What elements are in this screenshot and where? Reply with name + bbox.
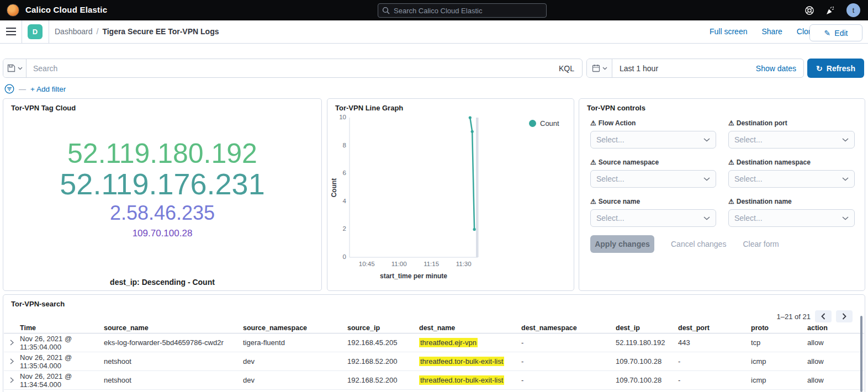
global-search-input[interactable] — [394, 4, 543, 17]
destination-port-select[interactable]: Select... — [728, 131, 855, 149]
cell-source-namespace: tigera-fluentd — [243, 338, 347, 347]
breadcrumb-current: Tigera Secure EE Tor-VPN Logs — [102, 27, 219, 36]
cell-proto: icmp — [751, 376, 807, 384]
cell-dest-namespace: - — [521, 376, 616, 384]
kql-language-button[interactable]: KQL — [551, 64, 582, 73]
source-namespace-select[interactable]: Select... — [590, 170, 716, 188]
warning-icon: ⚠ — [728, 198, 734, 205]
column-header[interactable]: dest_port — [678, 324, 751, 332]
tag-cloud-item[interactable]: 109.70.100.28 — [133, 229, 193, 238]
cell-dest-ip: 52.119.180.192 — [616, 338, 678, 347]
breadcrumb-root[interactable]: Dashboard — [55, 27, 93, 36]
refresh-button[interactable]: ↻ Refresh — [807, 59, 864, 78]
global-header: Calico Cloud Elastic t — [0, 0, 868, 20]
clear-form-button[interactable]: Clear form — [743, 240, 779, 248]
source-name-select[interactable]: Select... — [590, 209, 716, 227]
control-field-destination-port: ⚠ Destination port Select... — [728, 119, 855, 149]
edit-button[interactable]: ✎ Edit — [809, 24, 862, 41]
add-filter-button[interactable]: + Add filter — [30, 85, 66, 93]
column-header[interactable]: source_name — [104, 324, 243, 332]
column-header[interactable]: Time — [20, 324, 104, 332]
table-header-row: Time source_name source_namespace source… — [4, 323, 864, 333]
expand-row-button[interactable] — [4, 358, 20, 364]
column-header[interactable]: dest_ip — [616, 324, 678, 332]
cell-dest-ip: 109.70.100.28 — [616, 376, 678, 384]
chevron-down-icon — [842, 138, 849, 142]
tag-cloud-panel: Tor-VPN Tag Cloud 52.119.180.192 52.119.… — [3, 98, 322, 291]
divider — [49, 20, 49, 43]
breadcrumb: Dashboard / Tigera Secure EE Tor-VPN Log… — [55, 27, 219, 36]
help-icon[interactable] — [805, 6, 814, 15]
filter-menu-icon[interactable] — [4, 84, 14, 94]
chevron-down-icon — [703, 216, 710, 220]
cell-action: allow — [807, 376, 864, 384]
date-quick-select-button[interactable] — [587, 59, 612, 77]
column-header[interactable]: dest_namespace — [521, 324, 616, 332]
chevron-right-icon — [10, 358, 14, 364]
tag-cloud-item[interactable]: 52.119.176.231 — [60, 169, 264, 199]
column-header[interactable]: source_namespace — [243, 324, 347, 332]
cell-action: allow — [807, 357, 864, 365]
next-page-button[interactable] — [836, 310, 853, 322]
chevron-left-icon — [821, 313, 825, 320]
news-party-icon[interactable] — [825, 6, 835, 15]
panel-title: Tor-VPN controls — [587, 104, 645, 112]
highlighted-value: threatfeed.tor-bulk-exit-list — [419, 357, 504, 366]
flow-action-select[interactable]: Select... — [590, 131, 716, 149]
control-field-destination-namespace: ⚠ Destination namespace Select... — [728, 158, 855, 188]
calendar-icon — [592, 64, 600, 72]
cell-dest-ip: 109.70.100.28 — [616, 357, 678, 365]
expand-row-button[interactable] — [4, 340, 20, 346]
saved-query-menu-button[interactable] — [3, 59, 27, 77]
share-button[interactable]: Share — [761, 27, 782, 36]
column-header[interactable]: source_ip — [347, 324, 419, 332]
column-header[interactable]: action — [807, 324, 864, 332]
calico-logo-icon[interactable] — [7, 4, 19, 17]
destination-namespace-select[interactable]: Select... — [728, 170, 855, 188]
cell-source-ip: 192.168.52.200 — [347, 357, 419, 365]
user-avatar[interactable]: t — [846, 3, 860, 17]
chevron-down-icon — [18, 67, 23, 70]
cell-source-name: eks-log-forwarder-5bd4659786-cwd2r — [104, 338, 243, 347]
time-range-value[interactable]: Last 1 hour — [612, 64, 658, 73]
cell-dest-port: - — [678, 357, 751, 365]
save-query-icon — [7, 64, 15, 72]
date-picker: Last 1 hour Show dates — [586, 59, 804, 78]
table-row: Nov 26, 2021 @ 11:34:54.000 netshoot dev… — [4, 371, 864, 390]
cell-time: Nov 26, 2021 @ 11:35:04.000 — [20, 335, 104, 351]
table-scrollbar[interactable] — [860, 316, 862, 392]
destination-name-select[interactable]: Select... — [728, 209, 855, 227]
previous-page-button[interactable] — [815, 310, 832, 322]
cell-dest-port: - — [678, 376, 751, 384]
refresh-icon: ↻ — [816, 64, 823, 73]
query-search-bar: KQL — [3, 59, 583, 78]
legend-item-count[interactable]: Count — [529, 119, 559, 128]
cell-proto: tcp — [751, 338, 807, 347]
cell-source-namespace: dev — [243, 357, 347, 365]
full-screen-button[interactable]: Full screen — [710, 27, 747, 36]
tag-cloud-item[interactable]: 52.119.180.192 — [67, 140, 257, 168]
control-field-source-name: ⚠ Source name Select... — [590, 198, 716, 227]
table-row: Nov 26, 2021 @ 11:35:04.000 netshoot dev… — [4, 352, 864, 371]
expand-row-button[interactable] — [4, 377, 20, 383]
chevron-down-icon — [703, 177, 710, 181]
control-field-destination-name: ⚠ Destination name Select... — [728, 198, 855, 227]
column-header[interactable]: proto — [751, 324, 807, 332]
menu-hamburger-icon[interactable] — [6, 27, 17, 36]
kql-search-input[interactable] — [27, 64, 551, 73]
cell-dest-port: 443 — [678, 338, 751, 347]
warning-icon: ⚠ — [728, 119, 734, 127]
pagination-count: 1–21 of 21 — [777, 312, 811, 321]
chart-end-band — [476, 118, 479, 257]
tag-cloud-item[interactable]: 2.58.46.235 — [110, 203, 215, 224]
dashboard-badge[interactable]: D — [28, 24, 43, 39]
cell-source-ip: 192.168.52.200 — [347, 376, 419, 384]
tag-cloud: 52.119.180.192 52.119.176.231 2.58.46.23… — [3, 99, 321, 290]
column-header[interactable]: dest_name — [419, 324, 521, 332]
apply-changes-button[interactable]: Apply changes — [590, 235, 654, 253]
line-graph-panel: Tor-VPN Line Graph Count 10 8 6 4 2 0 10… — [327, 98, 574, 291]
legend-dot — [529, 120, 536, 127]
show-dates-button[interactable]: Show dates — [756, 64, 803, 73]
cancel-changes-button[interactable]: Cancel changes — [671, 240, 726, 248]
cell-source-ip: 192.168.45.205 — [347, 338, 419, 347]
